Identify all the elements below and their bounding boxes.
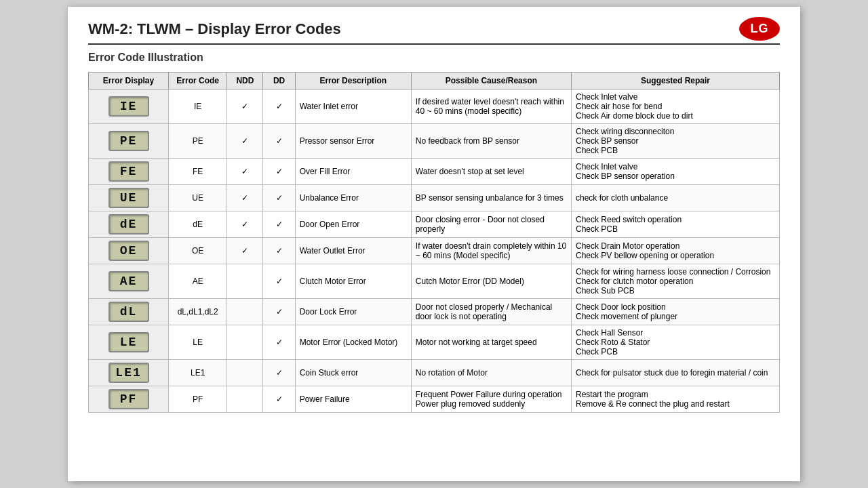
lcd-display: AE xyxy=(108,271,149,291)
cell-repair: Restart the program Remove & Re connect … xyxy=(571,386,779,413)
cell-repair: Check Door lock position Check movement … xyxy=(571,299,779,325)
cell-display: LE1 xyxy=(89,360,169,386)
lcd-display: dL xyxy=(108,302,149,322)
cell-dd: ✓ xyxy=(263,325,295,360)
cell-cause: No rotation of Motor xyxy=(411,360,571,386)
cell-cause: Cutch Motor Error (DD Model) xyxy=(411,264,571,299)
cell-ndd xyxy=(227,360,263,386)
table-row: OEOE✓✓Water Outlet ErrorIf water doesn't… xyxy=(89,238,780,264)
cell-ndd: ✓ xyxy=(227,159,263,185)
cell-repair: Check Reed switch operation Check PCB xyxy=(571,211,779,238)
cell-code: IE xyxy=(169,89,227,124)
table-row: IEIE✓✓Water Inlet errorIf desired water … xyxy=(89,89,780,124)
table-header-row: Error Display Error Code NDD DD Error De… xyxy=(89,73,780,89)
cell-cause: Frequent Power Failure during operation … xyxy=(411,386,571,413)
cell-cause: If desired water level doesn't reach wit… xyxy=(411,89,571,124)
col-header-display: Error Display xyxy=(89,73,169,89)
cell-display: IE xyxy=(89,89,169,124)
cell-dd: ✓ xyxy=(263,386,295,413)
cell-description: Over Fill Error xyxy=(295,159,411,185)
cell-cause: Water doesn't stop at set level xyxy=(411,159,571,185)
cell-description: Water Outlet Error xyxy=(295,238,411,264)
cell-display: FE xyxy=(89,159,169,185)
lcd-display: PE xyxy=(108,131,149,151)
cell-dd: ✓ xyxy=(263,299,295,325)
cell-dd: ✓ xyxy=(263,89,295,124)
cell-description: Door Open Error xyxy=(295,211,411,238)
cell-dd: ✓ xyxy=(263,159,295,185)
cell-repair: Check Inlet valve Check BP sensor operat… xyxy=(571,159,779,185)
cell-cause: Door closing error - Door not closed pro… xyxy=(411,211,571,238)
cell-repair: Check Hall Sensor Check Roto & Stator Ch… xyxy=(571,325,779,360)
cell-display: dL xyxy=(89,299,169,325)
cell-description: Door Lock Error xyxy=(295,299,411,325)
main-page: LG WM-2: TLWM – Display Error Codes Erro… xyxy=(68,7,800,481)
table-row: UEUE✓✓Unbalance ErrorBP sensor sensing u… xyxy=(89,185,780,211)
cell-display: OE xyxy=(89,238,169,264)
cell-ndd: ✓ xyxy=(227,238,263,264)
cell-ndd: ✓ xyxy=(227,89,263,124)
table-row: dLdL,dL1,dL2✓Door Lock ErrorDoor not clo… xyxy=(89,299,780,325)
cell-description: Unbalance Error xyxy=(295,185,411,211)
col-header-code: Error Code xyxy=(169,73,227,89)
cell-code: dL,dL1,dL2 xyxy=(169,299,227,325)
cell-repair: Check for pulsator stuck due to foregin … xyxy=(571,360,779,386)
cell-ndd xyxy=(227,386,263,413)
lcd-display: FE xyxy=(108,161,149,182)
cell-code: LE1 xyxy=(169,360,227,386)
col-header-ndd: NDD xyxy=(227,73,263,89)
cell-ndd xyxy=(227,264,263,299)
cell-repair: check for cloth unbalance xyxy=(571,185,779,211)
cell-dd: ✓ xyxy=(263,264,295,299)
cell-display: UE xyxy=(89,185,169,211)
cell-cause: Door not closed properly / Mechanical do… xyxy=(411,299,571,325)
cell-code: dE xyxy=(169,211,227,238)
logo-circle: LG xyxy=(739,17,780,41)
cell-dd: ✓ xyxy=(263,211,295,238)
error-codes-table: Error Display Error Code NDD DD Error De… xyxy=(88,72,780,413)
cell-description: Motor Error (Locked Motor) xyxy=(295,325,411,360)
col-header-repair: Suggested Repair xyxy=(571,73,779,89)
cell-repair: Check Drain Motor operation Check PV bel… xyxy=(571,238,779,264)
table-row: LELE✓Motor Error (Locked Motor)Motor not… xyxy=(89,325,780,360)
lcd-display: LE xyxy=(108,332,149,352)
table-row: AEAE✓Clutch Motor ErrorCutch Motor Error… xyxy=(89,264,780,299)
cell-cause: No feedback from BP sensor xyxy=(411,124,571,159)
cell-repair: Check Inlet valve Check air hose for ben… xyxy=(571,89,779,124)
cell-ndd xyxy=(227,325,263,360)
cell-ndd: ✓ xyxy=(227,211,263,238)
table-row: LE1LE1✓Coin Stuck errorNo rotation of Mo… xyxy=(89,360,780,386)
cell-display: PF xyxy=(89,386,169,413)
table-row: PEPE✓✓Pressor sensor ErrorNo feedback fr… xyxy=(89,124,780,159)
cell-cause: If water doesn't drain completely within… xyxy=(411,238,571,264)
cell-ndd: ✓ xyxy=(227,185,263,211)
cell-display: LE xyxy=(89,325,169,360)
logo-text: LG xyxy=(751,22,769,36)
col-header-desc: Error Description xyxy=(295,73,411,89)
cell-dd: ✓ xyxy=(263,360,295,386)
cell-dd: ✓ xyxy=(263,185,295,211)
cell-cause: BP sensor sensing unbalance for 3 times xyxy=(411,185,571,211)
page-title: WM-2: TLWM – Display Error Codes xyxy=(88,20,780,45)
table-row: FEFE✓✓Over Fill ErrorWater doesn't stop … xyxy=(89,159,780,185)
page-subtitle: Error Code Illustration xyxy=(88,52,780,64)
cell-ndd: ✓ xyxy=(227,124,263,159)
lcd-display: dE xyxy=(108,214,149,235)
logo: LG xyxy=(739,17,787,41)
cell-display: AE xyxy=(89,264,169,299)
cell-display: dE xyxy=(89,211,169,238)
cell-code: PF xyxy=(169,386,227,413)
cell-code: PE xyxy=(169,124,227,159)
lcd-display: IE xyxy=(108,96,149,117)
cell-description: Water Inlet error xyxy=(295,89,411,124)
cell-description: Power Failure xyxy=(295,386,411,413)
lcd-display: LE1 xyxy=(108,363,149,383)
cell-ndd xyxy=(227,299,263,325)
col-header-cause: Possible Cause/Reason xyxy=(411,73,571,89)
cell-repair: Check for wiring harness loose connectio… xyxy=(571,264,779,299)
table-row: PFPF✓Power FailureFrequent Power Failure… xyxy=(89,386,780,413)
table-row: dEdE✓✓Door Open ErrorDoor closing error … xyxy=(89,211,780,238)
cell-code: UE xyxy=(169,185,227,211)
cell-repair: Check wiring disconneciton Check BP sens… xyxy=(571,124,779,159)
cell-cause: Motor not working at target speed xyxy=(411,325,571,360)
